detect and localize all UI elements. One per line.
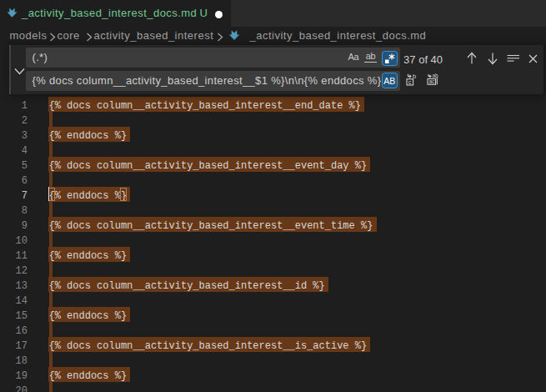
svg-text:ac: ac [429, 78, 436, 84]
svg-text:ab: ab [433, 73, 439, 78]
svg-text:c: c [408, 78, 411, 86]
svg-text:b: b [413, 73, 416, 80]
